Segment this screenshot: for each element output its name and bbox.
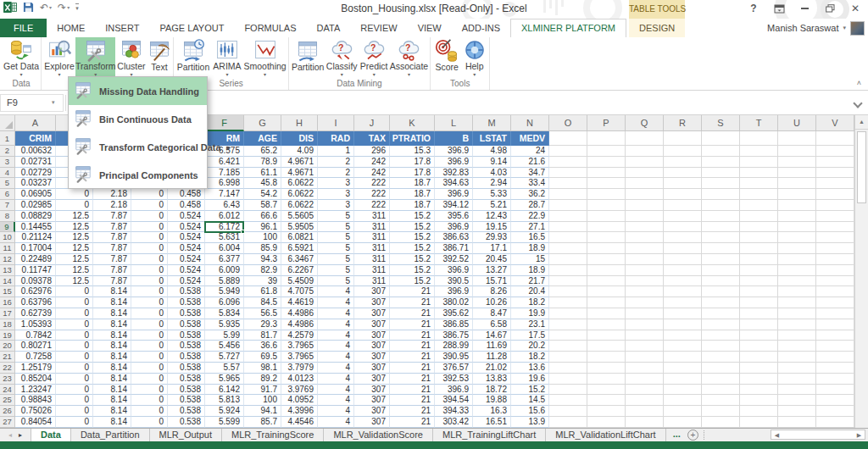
empty-cell[interactable] (664, 131, 702, 146)
row-header-2[interactable]: 2 (0, 146, 15, 157)
cell[interactable]: 5.5605 (281, 211, 318, 222)
empty-cell[interactable] (778, 330, 816, 341)
empty-cell[interactable] (587, 330, 626, 341)
empty-cell[interactable] (626, 330, 664, 341)
cell[interactable]: 3 (318, 178, 354, 189)
cell[interactable]: 5 (318, 265, 354, 276)
empty-cell[interactable] (549, 308, 587, 319)
cell[interactable]: 0.524 (168, 254, 205, 265)
cell[interactable]: 0 (131, 254, 168, 265)
cell[interactable]: 307 (354, 395, 390, 406)
cell[interactable]: 21 (390, 385, 435, 396)
empty-cell[interactable] (740, 319, 778, 330)
empty-cell[interactable] (816, 308, 854, 319)
cell[interactable]: 0.538 (168, 395, 205, 406)
cell[interactable]: 0.538 (168, 330, 205, 341)
cell[interactable]: 4.0123 (281, 374, 318, 385)
cell[interactable]: 84.5 (244, 297, 281, 308)
cell[interactable]: 0 (131, 276, 168, 287)
cell[interactable]: 8.14 (93, 319, 131, 330)
empty-cell[interactable] (587, 189, 626, 200)
empty-cell[interactable] (549, 417, 587, 428)
empty-cell[interactable] (702, 374, 740, 385)
cell[interactable]: 307 (354, 286, 390, 297)
cell[interactable]: 6.0622 (281, 200, 318, 211)
cell[interactable]: 0.458 (168, 200, 205, 211)
empty-cell[interactable] (587, 395, 626, 406)
cell[interactable]: 0.02729 (15, 168, 56, 179)
cell[interactable]: 8.14 (93, 374, 131, 385)
help-button[interactable]: Help▾ (461, 37, 487, 77)
cell[interactable]: 21 (390, 417, 435, 428)
cell[interactable]: 4.2579 (281, 330, 318, 341)
cell[interactable]: 7.87 (93, 276, 131, 287)
row-header-4[interactable]: 4 (0, 168, 15, 179)
cell[interactable]: 0 (131, 319, 168, 330)
empty-cell[interactable] (778, 243, 816, 254)
empty-cell[interactable] (702, 189, 740, 200)
cell[interactable]: 222 (354, 189, 390, 200)
cell[interactable]: 0.524 (168, 276, 205, 287)
cell[interactable]: 4.4986 (281, 308, 318, 319)
empty-cell[interactable] (549, 385, 587, 396)
row-header-24[interactable]: 24 (0, 385, 15, 396)
cell[interactable]: 0.02985 (15, 200, 56, 211)
tab-data[interactable]: DATA (307, 19, 351, 37)
column-header-m[interactable]: M (473, 115, 511, 131)
empty-cell[interactable] (587, 341, 626, 352)
cell[interactable]: 8.14 (93, 395, 131, 406)
empty-cell[interactable] (664, 157, 702, 168)
cell[interactable]: 0.538 (168, 406, 205, 417)
table-header-cell[interactable]: LSTAT (473, 131, 511, 146)
cell[interactable]: 0.11747 (15, 265, 56, 276)
cell[interactable]: 5.889 (205, 276, 244, 287)
empty-cell[interactable] (626, 211, 664, 222)
empty-cell[interactable] (626, 146, 664, 157)
cell[interactable]: 390.5 (435, 276, 473, 287)
cell[interactable]: 0.80271 (15, 341, 56, 352)
empty-cell[interactable] (664, 297, 702, 308)
cell[interactable]: 4.03 (473, 168, 511, 179)
cell[interactable]: 16.3 (473, 406, 511, 417)
empty-cell[interactable] (664, 211, 702, 222)
empty-cell[interactable] (816, 352, 854, 363)
row-header-15[interactable]: 15 (0, 286, 15, 297)
empty-cell[interactable] (626, 254, 664, 265)
empty-cell[interactable] (816, 385, 854, 396)
empty-cell[interactable] (778, 341, 816, 352)
cell[interactable]: 0 (56, 308, 93, 319)
cell[interactable]: 15.3 (390, 146, 435, 157)
empty-cell[interactable] (626, 243, 664, 254)
cell[interactable]: 4.09 (281, 146, 318, 157)
tab-view[interactable]: VIEW (408, 19, 452, 37)
cell[interactable]: 0 (131, 189, 168, 200)
cell[interactable]: 8.14 (93, 341, 131, 352)
cell[interactable]: 395.62 (435, 308, 473, 319)
empty-cell[interactable] (626, 395, 664, 406)
empty-cell[interactable] (664, 417, 702, 428)
empty-cell[interactable] (778, 211, 816, 222)
cell[interactable]: 0 (131, 352, 168, 363)
table-header-cell[interactable]: TAX (354, 131, 390, 146)
cell[interactable]: 6.0622 (281, 189, 318, 200)
cell[interactable]: 5.965 (205, 374, 244, 385)
empty-cell[interactable] (664, 308, 702, 319)
empty-cell[interactable] (740, 395, 778, 406)
cell[interactable]: 78.9 (244, 157, 281, 168)
column-header-l[interactable]: L (435, 115, 473, 131)
empty-cell[interactable] (549, 131, 587, 146)
empty-cell[interactable] (664, 178, 702, 189)
empty-cell[interactable] (740, 308, 778, 319)
empty-cell[interactable] (587, 243, 626, 254)
empty-cell[interactable] (702, 330, 740, 341)
cluster-button[interactable]: Cluster▾ (115, 37, 147, 77)
empty-cell[interactable] (549, 374, 587, 385)
cell[interactable]: 1.05393 (15, 319, 56, 330)
cell[interactable]: 0.7258 (15, 352, 56, 363)
cell[interactable]: 5.599 (205, 417, 244, 428)
cell[interactable]: 6.142 (205, 385, 244, 396)
cell[interactable]: 12.5 (56, 232, 93, 243)
cell[interactable]: 392.52 (435, 254, 473, 265)
cell[interactable]: 8.14 (93, 308, 131, 319)
redo-dropdown-icon[interactable]: ▾ (67, 4, 70, 10)
